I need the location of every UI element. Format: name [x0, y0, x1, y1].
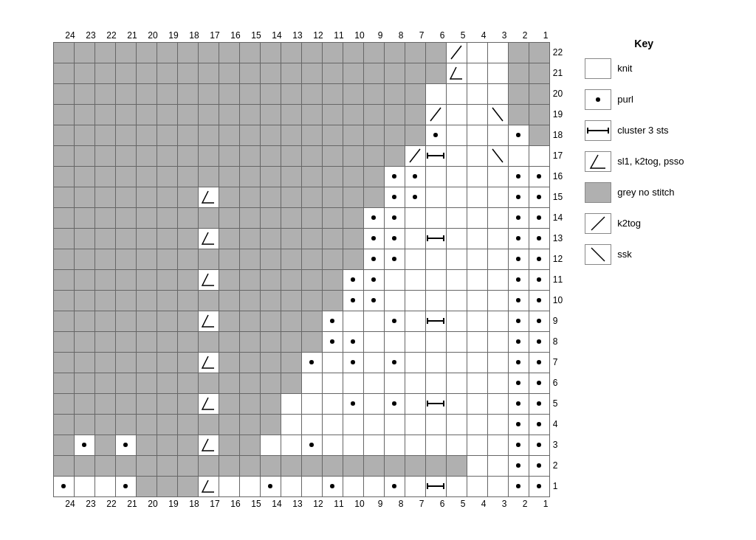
- grid-cell: [75, 43, 95, 63]
- purl-dot-icon: [537, 381, 541, 385]
- grid-cell: [447, 270, 467, 291]
- grid-cell: [488, 456, 509, 477]
- grid-cell: [178, 373, 199, 394]
- col-num: 8: [391, 30, 411, 41]
- purl-dot-icon: [330, 319, 334, 323]
- key-item-cluster: cluster 3 sts: [585, 120, 703, 141]
- grid-cell: [467, 477, 488, 497]
- grid-cell: [302, 311, 323, 332]
- grid-cell: [116, 84, 137, 105]
- grid-cell: [467, 146, 488, 167]
- grid-cell: [509, 105, 529, 125]
- grid-cell: [488, 167, 509, 187]
- grid-cell: [323, 167, 343, 187]
- grid-cell: [426, 270, 447, 291]
- row-num: 12: [553, 249, 563, 269]
- row-num: 14: [553, 207, 563, 228]
- grid-cell: [219, 373, 240, 394]
- grid-cell: [426, 353, 447, 373]
- grid-cell: [157, 187, 178, 208]
- grid-cell: [116, 167, 137, 187]
- grid-cell: [261, 146, 281, 167]
- grid-cell: [157, 43, 178, 63]
- grid-cell: [385, 84, 405, 105]
- grid-cell: [529, 477, 550, 497]
- grid-cell: [219, 353, 240, 373]
- grid-cell: [509, 477, 529, 497]
- grid-cell: [199, 332, 219, 353]
- grid-cell: [54, 353, 75, 373]
- grid-cell: [426, 125, 447, 146]
- col-num: 14: [267, 499, 287, 509]
- col-num: 24: [60, 30, 80, 41]
- grid-cell: [75, 291, 95, 311]
- grid-cell: [385, 63, 405, 84]
- grid-cell: [447, 43, 467, 63]
- grid-cell: [467, 435, 488, 456]
- grid-cell: [75, 415, 95, 435]
- grid-cell: [261, 353, 281, 373]
- grid-cell: [281, 249, 302, 270]
- grid-cell: [281, 311, 302, 332]
- grid-cell: [343, 208, 364, 229]
- grid-cell: [385, 311, 405, 332]
- grid-cell: [116, 229, 137, 249]
- grid-cell: [509, 249, 529, 270]
- grid-cell: [405, 105, 426, 125]
- grid-cell: [137, 43, 157, 63]
- grid-cell: [95, 208, 116, 229]
- grid-cell: [116, 456, 137, 477]
- grid-cell: [302, 249, 323, 270]
- grid-cell: [364, 63, 385, 84]
- grid-cell: [219, 332, 240, 353]
- grid-cell: [157, 125, 178, 146]
- grid-cell: [343, 435, 364, 456]
- grid-cell: [302, 187, 323, 208]
- grid-cell: [488, 270, 509, 291]
- grid-cell: [343, 456, 364, 477]
- cluster-symbol: [585, 120, 611, 141]
- grid-cell: [178, 291, 199, 311]
- grid-cell: [364, 435, 385, 456]
- grid-cell: [447, 146, 467, 167]
- grid-cell: [54, 208, 75, 229]
- grid-cell: [178, 435, 199, 456]
- grid-cell: [488, 353, 509, 373]
- grid-cell: [385, 415, 405, 435]
- grid-cell: [116, 187, 137, 208]
- grid-cell: [157, 84, 178, 105]
- grid-cell: [261, 105, 281, 125]
- grid-cell: [116, 125, 137, 146]
- grid-cell: [467, 456, 488, 477]
- grid-cell: [343, 63, 364, 84]
- grid-cell: [426, 415, 447, 435]
- grid-cell: [219, 208, 240, 229]
- grid-cell: [302, 456, 323, 477]
- grid-cell: [137, 229, 157, 249]
- grid-cell: [95, 105, 116, 125]
- grid-cell: [281, 456, 302, 477]
- purl-dot-icon: [537, 422, 541, 426]
- grid-cell: [302, 353, 323, 373]
- grid-cell: [302, 84, 323, 105]
- grid-cell: [137, 353, 157, 373]
- col-num: 19: [163, 499, 184, 509]
- grid-cell: [447, 435, 467, 456]
- grid-cell: [178, 208, 199, 229]
- grid-cell: [199, 249, 219, 270]
- grid-cell: [178, 477, 199, 497]
- grid-cell: [405, 353, 426, 373]
- grid-cell: [323, 332, 343, 353]
- grid-cell: [219, 125, 240, 146]
- grid-cell: [343, 229, 364, 249]
- grid-cell: [323, 146, 343, 167]
- grid-cell: [95, 167, 116, 187]
- grid-cell: [488, 291, 509, 311]
- grid-cell: [54, 270, 75, 291]
- grid-cell: [178, 43, 199, 63]
- col-num: 15: [246, 30, 267, 41]
- grid-cell: [405, 146, 426, 167]
- grid-cell: [385, 291, 405, 311]
- col-num: 20: [142, 499, 163, 509]
- grid-cell: [137, 167, 157, 187]
